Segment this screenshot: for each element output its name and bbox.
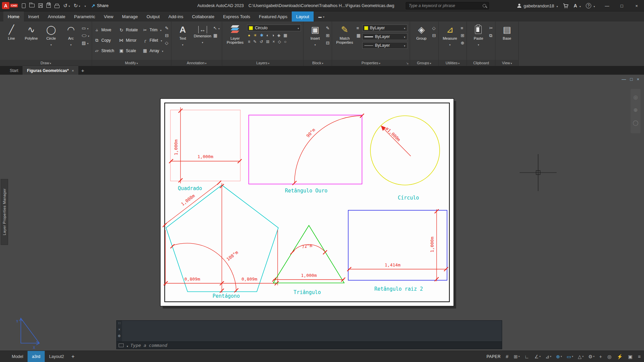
tab-parametric[interactable]: Parametric xyxy=(70,11,99,22)
restore-button[interactable]: □ xyxy=(614,0,629,11)
layer-on-icon[interactable]: ● xyxy=(248,33,250,38)
close-icon[interactable]: × xyxy=(118,328,120,331)
annotation-scale-icon[interactable]: △▾ xyxy=(578,354,583,359)
drawing-area[interactable]: 1,000m 1,000m Quadrado 90°m Retângulo Ou… xyxy=(0,75,644,351)
layer-off-icon[interactable]: ○ xyxy=(284,39,286,44)
chevron-down-icon[interactable] xyxy=(182,41,184,47)
scale-button[interactable]: ▣Scale xyxy=(119,46,138,55)
object-color-combo[interactable]: ByLayer xyxy=(362,25,407,31)
tab-output[interactable]: Output xyxy=(142,11,164,22)
isodraft-icon[interactable]: ⊿▾ xyxy=(546,354,552,359)
clean-screen-icon[interactable]: ▣ xyxy=(628,354,633,359)
panel-label-block[interactable]: Block xyxy=(304,60,332,66)
undo-button[interactable]: ↺ xyxy=(63,3,70,8)
measure-button[interactable]: ⊿ Measure xyxy=(441,23,459,48)
snap-icon[interactable]: ⊞▾ xyxy=(514,354,520,359)
panel-label-draw[interactable]: Draw xyxy=(0,60,92,66)
tab-home[interactable]: Home xyxy=(3,11,24,22)
grid-icon[interactable]: # xyxy=(506,354,509,359)
panel-label-view[interactable]: View xyxy=(495,60,518,66)
layer-properties-button[interactable]: Layer Properties xyxy=(225,23,245,45)
chevron-down-icon[interactable] xyxy=(160,28,162,32)
layer-isolate-icon[interactable]: ◐ xyxy=(267,33,269,38)
create-block-button[interactable]: ⊞ xyxy=(326,33,329,38)
paste-button[interactable]: Paste xyxy=(469,23,487,48)
text-button[interactable]: A Text xyxy=(174,23,192,48)
panel-label-layers[interactable]: Layers xyxy=(222,60,303,66)
move-button[interactable]: Move xyxy=(94,26,114,35)
layout-tab-a3rd[interactable]: a3rd xyxy=(28,351,45,362)
properties-grid-button[interactable]: ▦ xyxy=(356,33,360,38)
leader-button[interactable]: ↖ xyxy=(213,26,220,31)
tab-insert[interactable]: Insert xyxy=(24,11,44,22)
close-icon[interactable]: × xyxy=(72,69,74,73)
fillet-button[interactable]: ╭Fillet xyxy=(143,36,163,45)
autocad-logo[interactable]: A CAD xyxy=(2,2,18,9)
account-button[interactable]: gabebrandon18 xyxy=(517,3,558,8)
redo-button[interactable]: ↻ xyxy=(74,3,80,8)
command-prompt-icon[interactable] xyxy=(119,343,124,347)
customize-icon[interactable]: ≡ xyxy=(638,354,641,359)
panel-label-clipboard[interactable]: Clipboard xyxy=(467,60,495,66)
panel-launcher-icon[interactable]: ↘ xyxy=(406,62,409,65)
chevron-down-icon[interactable] xyxy=(449,41,451,47)
layout-tab-model[interactable]: Model xyxy=(7,351,28,362)
layer-freeze-all-icon[interactable]: ◇ xyxy=(278,39,281,44)
open-button[interactable] xyxy=(29,4,35,7)
polyline-button[interactable]: ∿ Polyline xyxy=(22,23,40,41)
rectangle-button[interactable]: ▭ xyxy=(82,26,89,31)
erase-button[interactable]: ✎ xyxy=(165,26,169,31)
chevron-down-icon[interactable] xyxy=(403,34,405,39)
panel-label-groups[interactable]: Groups xyxy=(410,60,438,66)
drag-grip-icon[interactable]: ∷ xyxy=(118,321,120,325)
annotation-monitor-icon[interactable]: + xyxy=(599,354,603,359)
app-store-button[interactable]: A xyxy=(574,3,581,8)
layer-delete-icon[interactable]: × xyxy=(273,39,275,44)
navigation-wheel-icon[interactable]: ◎ xyxy=(633,94,638,100)
drawing-canvas[interactable]: 1,000m 1,000m Quadrado 90°m Retângulo Ou… xyxy=(0,75,644,351)
array-button[interactable]: ▦Array xyxy=(143,46,163,55)
calculator-button[interactable]: ⊞ xyxy=(461,33,465,38)
close-button[interactable]: × xyxy=(629,0,644,11)
ortho-icon[interactable]: ∟ xyxy=(524,354,530,359)
isolate-objects-icon[interactable]: ◎ xyxy=(607,354,612,359)
file-tab-start[interactable]: Start xyxy=(5,67,23,75)
ungroup-button[interactable]: ⊟ xyxy=(432,33,436,38)
properties-list-button[interactable]: ≡ xyxy=(356,26,360,31)
match-properties-button[interactable]: ✎ Match Properties xyxy=(334,23,355,45)
layer-freeze-icon[interactable]: ☀ xyxy=(253,33,257,38)
chevron-down-icon[interactable] xyxy=(161,48,163,53)
chevron-down-icon[interactable] xyxy=(403,26,405,30)
command-history[interactable]: Command: Specify opposite corner or [Fen… xyxy=(122,321,502,341)
panel-label-properties[interactable]: Properties xyxy=(332,60,409,66)
doc-close-button[interactable]: × xyxy=(637,77,639,82)
chevron-down-icon[interactable] xyxy=(202,39,203,45)
chevron-down-icon[interactable] xyxy=(478,41,479,47)
copy-clip-button[interactable]: ⧉ xyxy=(489,33,493,38)
command-prompt[interactable] xyxy=(116,342,502,349)
id-point-button[interactable]: ⊕ xyxy=(461,40,465,45)
line-button[interactable]: ╱ Line xyxy=(2,23,21,41)
explode-button[interactable]: ⊟ xyxy=(165,33,169,38)
workspace-switching-icon[interactable]: ⚙▾ xyxy=(588,354,595,359)
search-icon[interactable] xyxy=(483,4,486,7)
command-window[interactable]: ∷ × ⚙ Command: Specify opposite corner o… xyxy=(116,320,502,349)
selection-cycling-icon[interactable]: ▭▾ xyxy=(567,354,573,359)
layer-state-icon[interactable]: ≡ xyxy=(248,39,250,44)
chevron-down-icon[interactable] xyxy=(297,26,299,30)
tab-annotate[interactable]: Annotate xyxy=(43,11,70,22)
layer-properties-palette-tab[interactable]: Layer Properties Manager xyxy=(1,179,8,245)
offset-button[interactable]: ◇ xyxy=(165,40,169,45)
chevron-down-icon[interactable] xyxy=(160,38,162,43)
layer-match-icon[interactable]: ✎ xyxy=(253,39,256,44)
polar-tracking-icon[interactable]: ∠▾ xyxy=(534,354,541,359)
ribbon-display-toggle[interactable]: ▬ xyxy=(318,11,324,22)
chevron-down-icon[interactable] xyxy=(78,3,80,8)
layer-select-combo[interactable]: Circulo xyxy=(247,25,301,31)
block-editor-button[interactable]: ✎ xyxy=(326,26,329,31)
command-input[interactable] xyxy=(130,343,502,348)
chevron-down-icon[interactable] xyxy=(403,43,405,48)
stretch-button[interactable]: ▱Stretch xyxy=(94,46,114,55)
cart-icon[interactable] xyxy=(563,3,569,8)
new-drawing-button[interactable]: + xyxy=(78,66,87,75)
